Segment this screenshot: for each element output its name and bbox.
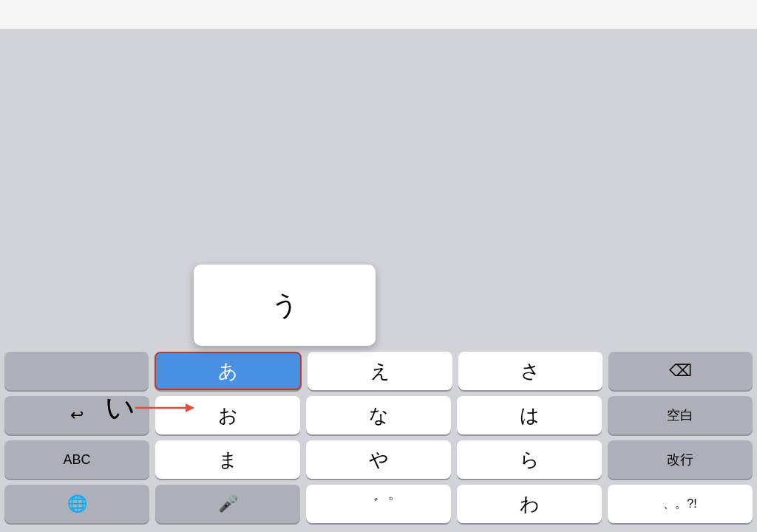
key-ma[interactable]: ま (155, 440, 300, 479)
key-ra[interactable]: ら (457, 440, 602, 479)
keyboard-row-2: ABC ま や ら 改行 (4, 440, 753, 479)
globe-icon: 🌐 (67, 494, 87, 514)
top-bar (0, 0, 757, 30)
key-sa[interactable]: さ (458, 352, 602, 390)
key-e[interactable]: え (308, 352, 452, 390)
i-label-container: い (105, 387, 194, 428)
key-na[interactable]: な (306, 396, 451, 434)
delete-icon: ⌫ (669, 361, 692, 381)
key-ya[interactable]: や (306, 440, 451, 479)
key-delete[interactable]: ⌫ (608, 352, 753, 390)
i-char: い (105, 387, 135, 428)
key-kuhaku[interactable]: 空白 (608, 396, 753, 434)
key-kaigyo[interactable]: 改行 (608, 440, 753, 479)
keyboard-wrapper: う い あ え さ ⌫ (0, 346, 757, 532)
arrow-line (135, 400, 194, 415)
keyboard-rows: あ え さ ⌫ ↩ お な は (4, 352, 753, 523)
popup-char: う (271, 287, 299, 324)
keyboard-row-3: 🌐 🎤 ゛゜ わ 、。?! (4, 485, 753, 523)
key-globe[interactable]: 🌐 (4, 485, 149, 523)
key-abc[interactable]: ABC (4, 440, 149, 479)
key-mic[interactable]: 🎤 (155, 485, 300, 523)
keyboard-row-0: あ え さ ⌫ (4, 352, 753, 390)
svg-marker-1 (186, 403, 194, 412)
popup-key-u[interactable]: う (194, 265, 376, 346)
key-a[interactable]: あ (155, 352, 302, 390)
key-punct[interactable]: 、。?! (608, 485, 753, 523)
mic-icon: 🎤 (218, 494, 238, 514)
key-tenten[interactable]: ゛゜ (306, 485, 451, 523)
key-left-dark[interactable] (4, 352, 149, 390)
key-wa[interactable]: わ (457, 485, 602, 523)
key-ha[interactable]: は (457, 396, 602, 434)
